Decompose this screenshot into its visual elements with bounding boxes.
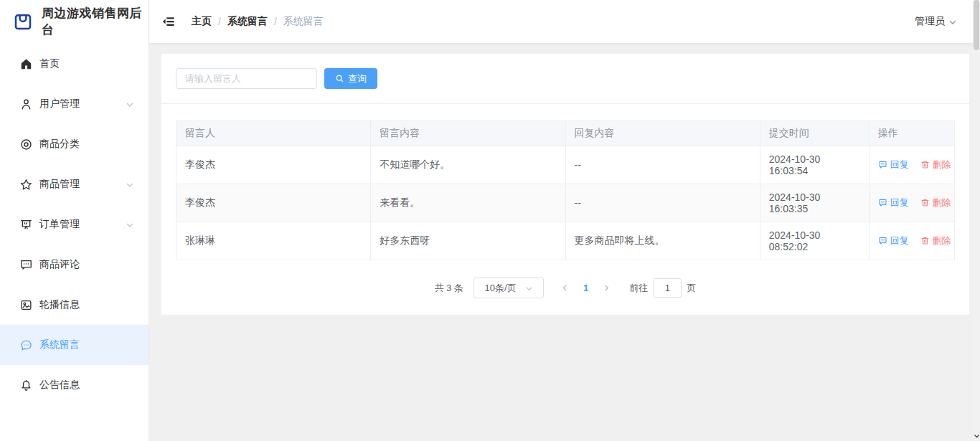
scrollbar-thumb[interactable] [974,0,979,50]
breadcrumb-item-home[interactable]: 主页 [192,15,212,28]
main-area: 主页 / 系统留言 / 系统留言 管理员 [149,0,980,441]
sidebar-item-label: 订单管理 [39,218,80,231]
sidebar-item-label: 公告信息 [39,379,80,392]
sidebar: 周边游戏销售网后台 首页 用户管理 [0,0,149,441]
prev-page-button[interactable] [554,284,576,292]
search-icon [335,74,344,83]
page-size-select[interactable]: 10条/页 [473,278,544,298]
sidebar-item-order-management[interactable]: 订单管理 [0,204,149,245]
shopping-bag-icon [11,9,35,34]
page-unit-label: 页 [687,282,696,295]
cell-content: 好多东西呀 [371,222,565,260]
sidebar-item-label: 首页 [39,57,60,70]
column-header-content: 留言内容 [371,121,565,146]
pagination: 共 3 条 10条/页 1 前往 [161,260,969,315]
cell-name: 张琳琳 [176,222,371,260]
goto-page-group: 前往 页 [629,278,696,298]
sidebar-item-system-messages[interactable]: 系统留言 [0,325,149,365]
search-section: 查询 [161,54,969,104]
star-icon [19,178,33,191]
cell-content: 不知道哪个好。 [371,146,565,184]
cell-time: 2024-10-30 08:52:02 [760,222,869,260]
chevron-down-icon [126,220,134,229]
order-board-icon [19,218,33,232]
sidebar-item-label: 商品管理 [39,178,80,191]
delete-button[interactable]: 删除 [920,158,951,171]
table-row: 张琳琳 好多东西呀 更多商品即将上线。 2024-10-30 08:52:02 … [176,222,955,260]
pagination-total: 共 3 条 [435,282,463,295]
sidebar-item-announcements[interactable]: 公告信息 [0,365,149,405]
message-round-icon [19,338,33,352]
goto-label: 前往 [629,282,648,295]
cell-name: 李俊杰 [176,184,371,222]
app-logo: 周边游戏销售网后台 [0,0,149,43]
breadcrumb-item-parent[interactable]: 系统留言 [227,15,268,28]
trash-icon [920,160,930,169]
sidebar-item-label: 商品分类 [39,138,80,151]
app-title: 周边游戏销售网后台 [42,5,149,38]
user-icon [19,98,33,111]
chevron-left-icon [561,284,569,292]
table-row: 李俊杰 来看看。 -- 2024-10-30 16:03:35 回复 [176,184,955,222]
reply-button[interactable]: 回复 [878,196,909,209]
sidebar-item-product-category[interactable]: 商品分类 [0,124,149,164]
reply-bubble-icon [878,198,887,207]
cell-reply: -- [565,184,760,222]
sidebar-menu: 首页 用户管理 [0,43,149,405]
trash-icon [920,236,930,245]
chevron-down-icon [948,17,957,26]
table-header-row: 留言人 留言内容 回复内容 提交时间 操作 [176,121,955,146]
delete-button[interactable]: 删除 [920,234,951,247]
chevron-down-icon [126,100,134,108]
column-header-time: 提交时间 [760,121,869,146]
vertical-scrollbar[interactable] [973,0,980,441]
home-icon [19,57,33,71]
sidebar-item-label: 用户管理 [39,98,80,110]
chevron-down-icon [525,284,533,292]
column-header-actions: 操作 [869,121,954,146]
category-icon [19,138,33,151]
column-header-name: 留言人 [176,121,371,146]
breadcrumb-item-current: 系统留言 [283,15,324,28]
page-size-value: 10条/页 [485,282,517,295]
sidebar-item-label: 商品评论 [39,258,80,271]
carousel-image-icon [19,298,33,312]
goto-page-input[interactable] [653,278,682,298]
admin-dropdown[interactable]: 管理员 [915,15,957,28]
comment-square-icon [19,258,33,272]
cell-name: 李俊杰 [176,146,371,184]
sidebar-item-product-comments[interactable]: 商品评论 [0,245,149,285]
search-input[interactable] [176,68,317,89]
search-button[interactable]: 查询 [324,68,377,89]
cell-time: 2024-10-30 16:03:35 [760,184,869,222]
reply-bubble-icon [878,160,887,169]
search-button-label: 查询 [348,72,367,85]
scrollbar-down-arrow-icon[interactable] [973,433,980,440]
column-header-reply: 回复内容 [565,121,760,146]
sidebar-item-user-management[interactable]: 用户管理 [0,84,149,124]
breadcrumb-separator: / [274,16,277,27]
top-bar: 主页 / 系统留言 / 系统留言 管理员 [149,0,980,43]
cell-actions: 回复 删除 [869,222,954,260]
messages-table: 留言人 留言内容 回复内容 提交时间 操作 李俊杰 不知道哪个好。 [176,120,955,260]
sidebar-item-home[interactable]: 首页 [0,44,149,84]
next-page-button[interactable] [595,284,618,292]
messages-table-wrap: 留言人 留言内容 回复内容 提交时间 操作 李俊杰 不知道哪个好。 [161,104,969,260]
sidebar-item-carousel-info[interactable]: 轮播信息 [0,285,149,325]
sidebar-item-label: 轮播信息 [39,298,80,311]
chevron-down-icon [126,180,134,189]
cell-actions: 回复 删除 [869,146,954,184]
sidebar-collapse-icon[interactable] [161,14,176,29]
sidebar-item-product-management[interactable]: 商品管理 [0,164,149,204]
bell-icon [19,379,33,392]
page-number-current[interactable]: 1 [576,283,595,293]
content-area: 查询 留言人 留言内容 回复内容 [149,43,980,441]
reply-button[interactable]: 回复 [878,234,909,247]
delete-button[interactable]: 删除 [920,196,951,209]
breadcrumb: 主页 / 系统留言 / 系统留言 [192,15,324,28]
admin-name: 管理员 [915,15,945,28]
chevron-right-icon [603,284,611,292]
reply-button[interactable]: 回复 [878,158,909,171]
sidebar-item-label: 系统留言 [39,338,80,351]
cell-content: 来看看。 [371,184,565,222]
